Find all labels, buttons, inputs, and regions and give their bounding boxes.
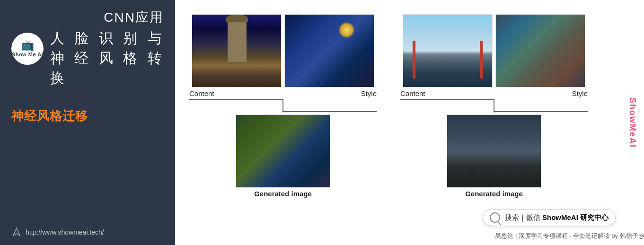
bracket-svg-1 bbox=[189, 98, 377, 113]
content-label-2: Content bbox=[400, 89, 425, 97]
generated-label-1: Generated image bbox=[254, 190, 312, 198]
images-top-row-1 bbox=[192, 14, 374, 88]
search-bold-text: ShowMeAI 研究中心 bbox=[542, 213, 609, 221]
style-label-1: Style bbox=[361, 89, 377, 97]
content-label-1: Content bbox=[189, 89, 214, 97]
label-row-2: Content Style bbox=[400, 89, 588, 97]
subtitle-line1: 人 脸 识 别 与 bbox=[50, 28, 164, 48]
sidebar: 📺 Show Me AI CNN应用 人 脸 识 别 与 神 经 风 格 转 换… bbox=[0, 0, 175, 245]
logo-icon: 📺 bbox=[21, 40, 34, 51]
content-image-1 bbox=[192, 14, 282, 88]
url-text: http://www.showmeai.tech/ bbox=[26, 228, 104, 236]
bracket-2 bbox=[400, 98, 588, 113]
svg-marker-0 bbox=[13, 228, 20, 236]
sidebar-title-block: CNN应用 人 脸 识 别 与 神 经 风 格 转 换 bbox=[50, 9, 164, 88]
logo-circle: 📺 Show Me AI bbox=[11, 33, 44, 65]
generated-image-2 bbox=[447, 114, 541, 188]
content-image-2 bbox=[403, 14, 493, 88]
search-prefix-text: 搜索｜微信 bbox=[505, 213, 540, 221]
diagram-group-1: Content Style Generated image bbox=[189, 14, 377, 198]
style-image-2 bbox=[495, 14, 585, 88]
sidebar-url[interactable]: http://www.showmeai.tech/ bbox=[11, 227, 164, 237]
cnn-title: CNN应用 bbox=[50, 9, 164, 26]
bracket-1 bbox=[189, 98, 377, 113]
watermark-text: ShowMeAI bbox=[627, 97, 637, 148]
logo-area: 📺 Show Me AI CNN应用 人 脸 识 别 与 神 经 风 格 转 换 bbox=[11, 9, 164, 88]
style-image-1 bbox=[284, 14, 374, 88]
search-icon bbox=[490, 212, 500, 223]
subtitle-line2: 神 经 风 格 转 换 bbox=[50, 48, 164, 88]
watermark: ShowMeAI bbox=[620, 0, 644, 245]
diagrams-row: Content Style Generated image Con bbox=[189, 14, 635, 226]
images-top-row-2 bbox=[403, 14, 585, 88]
diagram-group-2: Content Style Generated image bbox=[400, 14, 588, 198]
footer-credit: 吴恩达 | 深度学习专项课程 · 全套笔记解读 by 韩信子@ShowMeAI bbox=[350, 232, 644, 240]
search-prefix: 搜索｜微信 ShowMeAI 研究中心 bbox=[505, 213, 609, 222]
main-content: Content Style Generated image Con bbox=[175, 0, 644, 245]
label-row-1: Content Style bbox=[189, 89, 377, 97]
generated-label-2: Generated image bbox=[465, 190, 523, 198]
bracket-svg-2 bbox=[400, 98, 588, 113]
style-label-2: Style bbox=[572, 89, 588, 97]
generated-image-1 bbox=[236, 114, 330, 188]
highlight-label: 神经风格迁移 bbox=[11, 108, 164, 124]
link-icon bbox=[11, 227, 22, 237]
logo-text: Show Me AI bbox=[12, 52, 43, 57]
search-box[interactable]: 搜索｜微信 ShowMeAI 研究中心 bbox=[483, 209, 616, 226]
